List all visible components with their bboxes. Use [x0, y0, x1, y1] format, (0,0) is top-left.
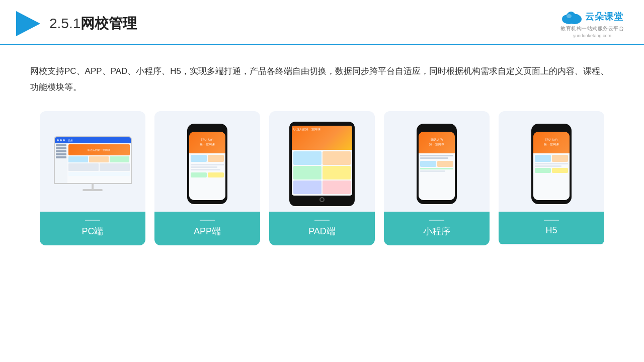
pad-mockup: 职达人的第一堂网课 [289, 122, 355, 206]
description-section: 网校支持PC、APP、PAD、小程序、H5，实现多端打通，产品各终端自由切换，数… [0, 45, 644, 106]
svg-point-6 [567, 14, 572, 18]
card-miniapp: 职达人的第一堂网课 小程序 [384, 111, 490, 245]
logo: 云朵课堂 [561, 9, 623, 24]
tablet-screen: 职达人的第一堂网课 [292, 126, 352, 196]
card-h5-image: 职达人的第一堂网课 [499, 111, 604, 212]
card-app-image: 职达人的第一堂网课 [154, 111, 260, 212]
app-mockup: 职达人的第一堂网课 [187, 124, 227, 204]
platform-cards: 云朵 职达人的第一堂网课 [0, 106, 644, 245]
logo-tagline: 教育机构一站式服务云平台 [560, 25, 624, 32]
page-title: 2.5.1网校管理 [49, 14, 137, 33]
cloud-logo-icon [561, 9, 583, 24]
card-label-decoration [85, 220, 100, 221]
miniapp-mockup: 职达人的第一堂网课 [417, 124, 457, 204]
svg-marker-0 [16, 11, 40, 36]
app-screen: 职达人的第一堂网课 [189, 132, 225, 200]
pc-mockup: 云朵 职达人的第一堂网课 [54, 136, 132, 192]
card-h5: 职达人的第一堂网课 [499, 111, 604, 245]
card-pc-image: 云朵 职达人的第一堂网课 [40, 111, 145, 212]
card-app-label: APP端 [154, 212, 260, 245]
play-icon [15, 9, 41, 38]
logo-text: 云朵课堂 [585, 11, 623, 23]
header-left: 2.5.1网校管理 [15, 9, 137, 38]
card-pad: 职达人的第一堂网课 PAD端 [269, 111, 375, 245]
logo-url: yunduoketang.com [573, 33, 611, 38]
svg-point-5 [572, 14, 580, 22]
card-label-decoration [200, 220, 215, 221]
card-pc: 云朵 职达人的第一堂网课 [40, 111, 145, 245]
card-h5-label: H5 [499, 212, 604, 244]
phone-notch [546, 126, 556, 129]
card-app: 职达人的第一堂网课 [154, 111, 260, 245]
logo-area: 云朵课堂 教育机构一站式服务云平台 yunduoketang.com [560, 9, 624, 38]
phone-notch [202, 126, 212, 129]
header: 2.5.1网校管理 云朵课堂 教育机构一站式服务云平台 yunduoketang… [0, 0, 644, 45]
card-miniapp-label: 小程序 [384, 212, 490, 245]
h5-mockup: 职达人的第一堂网课 [531, 124, 572, 204]
card-label-decoration [429, 220, 444, 221]
h5-screen: 职达人的第一堂网课 [533, 132, 570, 200]
description-text: 网校支持PC、APP、PAD、小程序、H5，实现多端打通，产品各终端自由切换，数… [30, 63, 614, 96]
card-pad-image: 职达人的第一堂网课 [269, 111, 375, 212]
card-label-decoration [544, 220, 559, 221]
tablet-home-button [319, 197, 325, 202]
card-miniapp-image: 职达人的第一堂网课 [384, 111, 490, 212]
card-pad-label: PAD端 [269, 212, 375, 245]
card-label-decoration [314, 220, 330, 221]
card-pc-label: PC端 [40, 212, 145, 245]
miniapp-screen: 职达人的第一堂网课 [419, 132, 455, 200]
phone-notch [432, 126, 442, 129]
